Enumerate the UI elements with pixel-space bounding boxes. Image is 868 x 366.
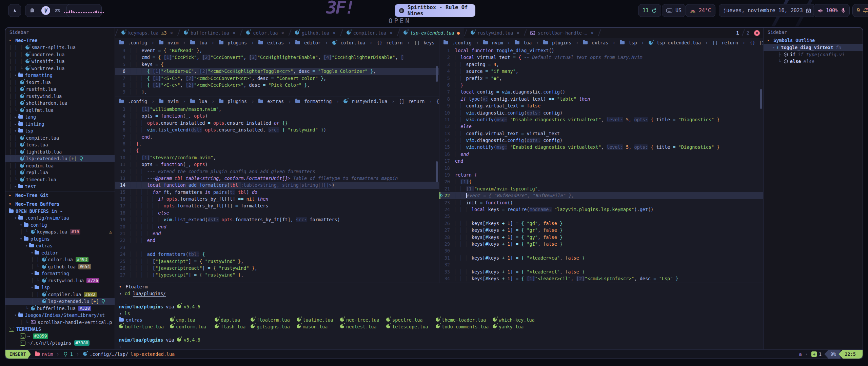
code-line[interactable]: 7▏ local config = vim.diagnostic.config(… xyxy=(439,88,763,95)
tree-item-lsp[interactable]: ▾lsp xyxy=(5,284,115,291)
spotify-now-playing[interactable]: Spiritbox - Rule Of Nines xyxy=(395,4,475,17)
code-line[interactable]: 9▏ ▏ }, xyxy=(115,88,439,95)
expander-icon[interactable]: ▾ xyxy=(14,216,17,220)
code-line[interactable]: 6▏ ▏ ▏ vim.list_extend(dst: opts.ensure_… xyxy=(115,126,439,133)
code-line[interactable]: 1local function toggle_diag_virtext() xyxy=(439,47,763,54)
tree-item-sqlfmtlua[interactable]: │ └ sqlfmt.lua xyxy=(5,107,115,114)
tab-colorlua[interactable]: color.lua× xyxy=(242,28,289,38)
tree-item-scrollbar-handle-verticalp[interactable]: │ └ scrollbar-handle-vertical.p xyxy=(5,319,115,326)
tree-item-formatting[interactable]: │ ▾formatting xyxy=(5,72,115,79)
code-line[interactable]: 26▏ ▏ ▏ keys[#keys + 1] = { "gd", false … xyxy=(439,220,763,227)
project-name[interactable]: nvim xyxy=(35,351,53,357)
tree-item-plugins[interactable]: ▾plugins xyxy=(5,236,115,243)
launcher-button[interactable] xyxy=(8,4,21,17)
code-line[interactable]: 8▏ }, xyxy=(115,140,439,147)
tree-item-rustywindlua[interactable]: │ └ rustywind.lua#726 xyxy=(5,277,115,284)
terminal-line[interactable]: ‹ xyxy=(115,343,763,349)
widget-weather[interactable]: 24°C xyxy=(686,4,715,17)
tree-item-neodimlua[interactable]: │ │ neodim.lua xyxy=(5,162,115,169)
tab-close-icon[interactable]: × xyxy=(233,30,235,36)
tab-bufferlinelua[interactable]: bufferline.lua× xyxy=(179,28,240,38)
symbol-if[interactable]: ├ ifif type(config.vi xyxy=(764,51,863,58)
code-line[interactable]: 29▏ ▏ ▏ keys[#keys + 1] = { "gI", false … xyxy=(439,241,763,247)
terminal-line[interactable] xyxy=(115,297,763,304)
pane-scrollbar-handle[interactable] xyxy=(436,66,438,82)
expander-icon[interactable]: ▾ xyxy=(31,285,33,290)
code-line[interactable]: 6▏ ▏ ▏ { [1]"<leader>uC", [2]"<cmd>CccHi… xyxy=(115,68,439,75)
code-line[interactable]: 9▏ ▏ config.virtual_text = false xyxy=(439,102,763,109)
code-line[interactable]: 26▏ ▏ ▏ ▏ ["javascriptreact"] = { "rusty… xyxy=(115,265,439,271)
code-line[interactable]: 24▏ ▏ ▏ add_formatters(tbl: { xyxy=(115,251,439,258)
code-line[interactable]: 34▏ ▏ ▏ keys[#keys + 1] = { [1]"<leader>… xyxy=(439,275,763,282)
symbol-toggle_diag_virtext[interactable]: ▾ftoggle_diag_virtextfu xyxy=(764,44,863,51)
tree-item-editor[interactable]: ▾editor xyxy=(5,249,115,257)
tab-close-icon[interactable]: × xyxy=(333,30,335,36)
terminal-line[interactable]: nvim/lua/plugins via v5.4.6 xyxy=(115,337,763,344)
code-line[interactable]: 32 xyxy=(439,261,763,268)
code-line[interactable]: 15▏ ▏ vim.notify(msg: "Enabled diagnosti… xyxy=(439,144,763,150)
tree-item-lsp-extendedlu[interactable]: │ │ lsp-extended.lu[+] xyxy=(5,155,115,162)
tab-keymapslua[interactable]: keymaps.lua⚠3× xyxy=(117,28,177,38)
code-line[interactable]: 17end xyxy=(439,158,763,164)
code-line[interactable]: 14▏ ▏ ▏ local function add_formatters(tb… xyxy=(115,182,439,188)
tree-item-smart-splitslua[interactable]: │ │ │ smart-splits.lua xyxy=(5,44,115,51)
code-line[interactable]: 8▏ if type(v: config.virtual_text) == "t… xyxy=(439,96,763,102)
code-line[interactable]: 27▏ ▏ ▏ keys[#keys + 1] = { "gr", false … xyxy=(439,227,763,233)
tree-item-rustywindlua[interactable]: │ │ rustywind.lua xyxy=(5,93,115,100)
code-line[interactable]: 23 xyxy=(115,244,439,251)
code-line[interactable]: 21▏ ▏ ▏ ▏ end xyxy=(115,230,439,237)
expander-icon[interactable]: ▾ xyxy=(31,271,33,276)
code-line[interactable]: 20▏ [1]{ xyxy=(439,178,763,185)
expander-icon[interactable]: ▸ xyxy=(14,115,17,119)
expander-icon[interactable]: ▾ xyxy=(772,45,775,50)
tree-item-bufferlinelua[interactable]: └ bufferline.lua#328 xyxy=(5,305,115,312)
terminal-line[interactable]: › ls xyxy=(115,310,763,317)
code-line[interactable]: 15▏ ▏ ▏ ▏ for ft, formatters in pairs(t:… xyxy=(115,189,439,196)
code-line[interactable]: 5▏ ▏ prefix = "●", xyxy=(439,75,763,82)
tree-item-lightbulblua[interactable]: │ │ lightbulb.lua xyxy=(5,148,115,156)
pane-scrollbar-handle[interactable] xyxy=(436,161,438,182)
code-line[interactable]: 10▏ ▏ [1]"stevearc/conform.nvim", xyxy=(115,154,439,161)
code-line[interactable]: 4▏ ▏ source = "if_many", xyxy=(439,68,763,75)
pane-lsp-extended-lua[interactable]: .config›nvim›lua›plugins›extras›lsp›lsp-… xyxy=(439,38,763,283)
expander-icon[interactable]: ▾ xyxy=(25,243,28,248)
code-line[interactable]: 22▏ ▏ event = { "BufReadPre", "BufNewFil… xyxy=(439,192,763,199)
tree-item-timeoutlua[interactable]: │ └ timeout.lua xyxy=(5,176,115,183)
code-line[interactable]: 11▏ ▏ vim.notify(msg: "Disable diagnosti… xyxy=(439,116,763,123)
code-line[interactable]: 16▏ end xyxy=(439,151,763,158)
code-line[interactable]: 23▏ ▏ init = function() xyxy=(439,199,763,206)
tabpage-1[interactable]: 1 xyxy=(733,30,742,36)
code-line[interactable]: 8▏ ▏ ▏ { [1]"<C-c>", [2]"<cmd>CccPick<cr… xyxy=(115,82,439,88)
code-line[interactable]: 7▏ ▏ end, xyxy=(115,134,439,140)
widget-keyboard-layout[interactable]: US xyxy=(662,4,686,17)
tree-item-linting[interactable]: │ ▸linting xyxy=(5,121,115,128)
tree-item-rustfmtlua[interactable]: │ │ rustfmt.lua xyxy=(5,86,115,93)
tab-close-icon[interactable]: × xyxy=(390,30,392,36)
code-line[interactable]: 22▏ ▏ ▏ end xyxy=(115,237,439,244)
terminal-line[interactable]: › cd lua/plugins/ xyxy=(115,290,763,297)
code-line[interactable]: 18 xyxy=(439,165,763,171)
tab-close-icon[interactable]: × xyxy=(281,30,284,36)
tree-item-undotreelua[interactable]: │ │ │ undotree.lua xyxy=(5,51,115,58)
widget-date[interactable]: jueves, noviembre 16, 2023 xyxy=(719,4,815,17)
expander-icon[interactable]: ▸ xyxy=(14,122,17,126)
terminal-line[interactable]: extrascmp.luadap.luafloaterm.lualualine.… xyxy=(115,317,763,324)
tab-githublua[interactable]: github.lua× xyxy=(291,28,340,38)
tree-item-config[interactable]: ▾config xyxy=(5,222,115,229)
tree-item-lsp[interactable]: │ ▾lsp xyxy=(5,127,115,135)
code-line[interactable]: 4▏ ▏ cmd = { [1]"CccPick", [2]"CccConver… xyxy=(115,54,439,61)
code-line[interactable]: 30 xyxy=(439,247,763,254)
code-line[interactable]: 25 xyxy=(439,213,763,220)
floaterm-terminal[interactable]: ▾Floaterm› cd lua/plugins/nvim/lua/plugi… xyxy=(115,283,763,349)
tree-item-TERMINALS[interactable]: ›_TERMINALS xyxy=(5,326,115,333)
tab-compilerlua[interactable]: compiler.lua× xyxy=(342,28,397,38)
tree-item-lang[interactable]: │ ▸lang xyxy=(5,114,115,121)
expander-icon[interactable]: ▾ xyxy=(14,128,17,133)
code-line[interactable]: 7▏ ▏ ▏ { [1]"<S-C>", [2]"<cmd>CccConvert… xyxy=(115,75,439,82)
current-file[interactable]: .config/…/lsp/lsp-extended.lua xyxy=(83,351,175,357)
pane-scrollbar-handle[interactable] xyxy=(760,89,762,109)
expander-icon[interactable]: ▸ xyxy=(14,184,17,189)
widget-updates[interactable]: 11 xyxy=(638,4,661,17)
tree-item-worktreelua[interactable]: │ │ └ worktree.lua xyxy=(5,65,115,72)
code-line[interactable]: 17▏ ▏ ▏ ▏ ▏ ▏ opts.formatters_by_ft[ft] … xyxy=(115,202,439,209)
